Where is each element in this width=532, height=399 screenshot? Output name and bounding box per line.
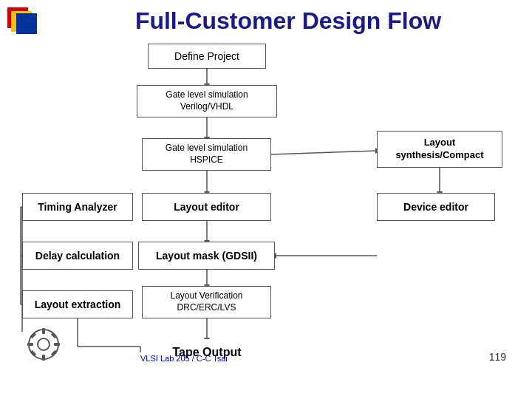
page-title: Full-Customer Design Flow	[15, 7, 517, 35]
box-device-editor: Device editor	[377, 193, 495, 221]
box-layout-editor: Layout editor	[142, 193, 271, 221]
box-layout-synthesis: Layoutsynthesis/Compact	[377, 131, 502, 168]
box-timing-analyzer: Timing Analyzer	[22, 193, 133, 221]
svg-rect-31	[42, 328, 45, 334]
svg-point-30	[38, 338, 50, 350]
page-number: 119	[489, 351, 506, 363]
flow-diagram: Define Project Gate level simulationVeri…	[15, 44, 517, 369]
svg-rect-33	[27, 343, 33, 346]
gear-icon	[26, 327, 61, 362]
page: Full-Customer Design Flow	[0, 0, 532, 399]
svg-marker-27	[275, 253, 375, 259]
svg-rect-32	[42, 355, 45, 361]
svg-line-6	[271, 151, 377, 154]
bottom-logo	[26, 327, 61, 365]
logo-blue	[16, 13, 37, 34]
box-define-project: Define Project	[148, 44, 266, 69]
layout-synth-text: Layoutsynthesis/Compact	[395, 137, 483, 162]
box-layout-mask: Layout mask (GDSII)	[138, 242, 275, 270]
box-gate-verilog: Gate level simulationVerilog/VHDL	[137, 85, 277, 117]
footer-text: VLSI Lab 205 / C-C Tsai	[140, 354, 228, 363]
box-layout-extraction: Layout extraction	[22, 290, 133, 318]
box-layout-verification: Layout VerificationDRC/ERC/LVS	[142, 286, 271, 318]
svg-rect-34	[54, 343, 60, 346]
box-gate-hspice: Gate level simulationHSPICE	[142, 138, 271, 171]
box-delay-calculation: Delay calculation	[22, 242, 133, 270]
